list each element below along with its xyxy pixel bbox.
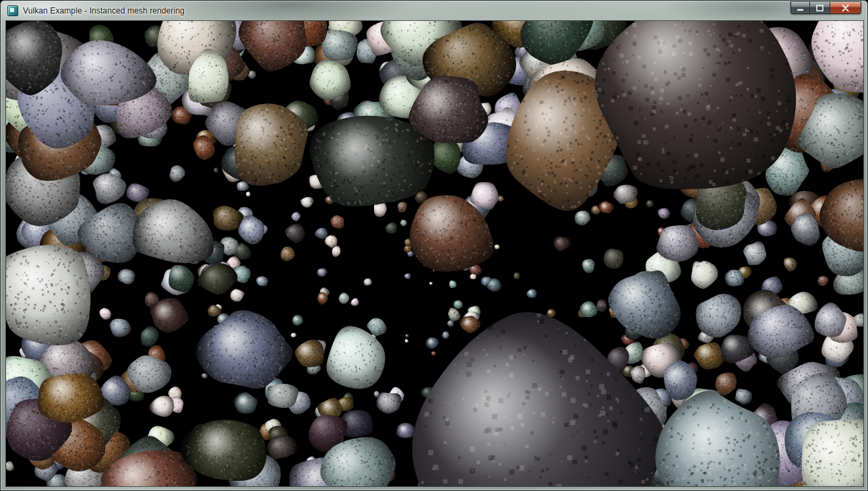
- close-icon: [842, 5, 849, 11]
- maximize-icon: [816, 5, 824, 11]
- app-icon[interactable]: [7, 5, 18, 16]
- window-frame: Vulkan Example - Instanced mesh renderin…: [0, 0, 868, 491]
- minimize-button[interactable]: [790, 1, 810, 14]
- render-viewport[interactable]: [6, 21, 863, 486]
- close-button[interactable]: [830, 1, 861, 14]
- maximize-button[interactable]: [809, 1, 830, 14]
- window-title: Vulkan Example - Instanced mesh renderin…: [23, 6, 185, 16]
- window-controls: [791, 1, 861, 14]
- title-bar[interactable]: Vulkan Example - Instanced mesh renderin…: [1, 1, 867, 21]
- viewport-container: [6, 21, 863, 486]
- minimize-icon: [797, 5, 804, 11]
